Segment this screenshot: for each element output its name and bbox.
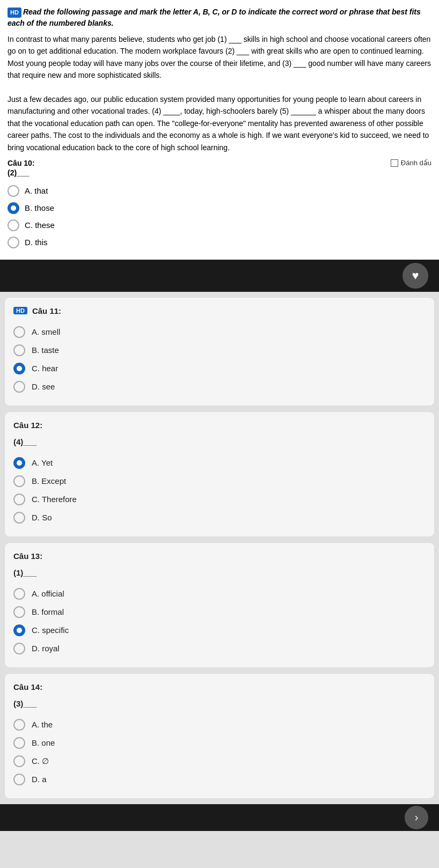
question13-header: Câu 13: bbox=[13, 551, 426, 561]
radio-12-A[interactable] bbox=[13, 457, 25, 469]
question10-number: Câu 10: bbox=[8, 159, 35, 167]
radio-10-D[interactable] bbox=[8, 237, 19, 248]
question11-number: Câu 11: bbox=[32, 306, 61, 315]
option-12-C-text: C. Therefore bbox=[32, 495, 77, 504]
option-10-D-text: D. this bbox=[25, 238, 48, 247]
option-13-B[interactable]: B. formal bbox=[13, 603, 426, 621]
option-14-D-text: D. a bbox=[32, 775, 47, 784]
option-10-A-text: A. that bbox=[25, 186, 48, 195]
option-12-D-text: D. So bbox=[32, 513, 52, 522]
question14-number: Câu 14: bbox=[13, 682, 42, 692]
option-12-B-text: B. Except bbox=[32, 476, 66, 486]
radio-11-B[interactable] bbox=[13, 344, 25, 356]
radio-14-D[interactable] bbox=[13, 774, 25, 785]
option-13-D-text: D. royal bbox=[32, 644, 60, 653]
radio-10-B[interactable] bbox=[8, 202, 19, 214]
option-14-A-text: A. the bbox=[32, 720, 53, 729]
option-13-C-text: C. specific bbox=[32, 626, 69, 635]
question12-header: Câu 12: bbox=[13, 421, 426, 430]
question14-header: Câu 14: bbox=[13, 682, 426, 692]
question12-options: A. Yet B. Except C. Therefore D. So bbox=[13, 454, 426, 527]
passage-text: In contrast to what many parents believe… bbox=[8, 33, 431, 153]
option-10-C-text: C. these bbox=[25, 220, 55, 230]
question12-number: Câu 12: bbox=[13, 421, 42, 430]
heart-icon: ♥ bbox=[412, 269, 419, 283]
radio-13-B[interactable] bbox=[13, 606, 25, 618]
next-button[interactable]: › bbox=[405, 806, 428, 829]
heart-button[interactable]: ♥ bbox=[403, 263, 428, 289]
question11-header: HD Câu 11: bbox=[13, 306, 426, 315]
option-14-D[interactable]: D. a bbox=[13, 770, 426, 789]
question13-options: A. official B. formal C. specific D. roy… bbox=[13, 585, 426, 658]
radio-10-C[interactable] bbox=[8, 219, 19, 231]
option-14-B-text: B. one bbox=[32, 738, 55, 747]
option-10-B[interactable]: B. those bbox=[8, 200, 431, 217]
radio-11-A[interactable] bbox=[13, 326, 25, 338]
question10-options: A. that B. those C. these D. this bbox=[8, 182, 431, 251]
radio-14-C[interactable] bbox=[13, 755, 25, 767]
question14-options: A. the B. one C. ∅ D. a bbox=[13, 716, 426, 789]
question12-blank: (4)___ bbox=[13, 437, 426, 446]
danh-dau-label-10: Đánh dấu bbox=[401, 159, 431, 167]
radio-10-A[interactable] bbox=[8, 185, 19, 197]
radio-14-B[interactable] bbox=[13, 737, 25, 749]
card-question12: Câu 12: (4)___ A. Yet B. Except C. There… bbox=[4, 411, 435, 537]
radio-14-A[interactable] bbox=[13, 719, 25, 731]
option-10-D[interactable]: D. this bbox=[8, 234, 431, 251]
question13-number: Câu 13: bbox=[13, 551, 42, 561]
option-11-B[interactable]: B. taste bbox=[13, 341, 426, 359]
danh-dau-checkbox-10[interactable] bbox=[391, 159, 398, 167]
danh-dau-10[interactable]: Đánh dấu bbox=[391, 159, 431, 167]
option-10-A[interactable]: A. that bbox=[8, 182, 431, 200]
instruction-text: Read the following passage and mark the … bbox=[8, 8, 421, 27]
option-12-B[interactable]: B. Except bbox=[13, 472, 426, 490]
option-13-A-text: A. official bbox=[32, 589, 64, 598]
option-11-B-text: B. taste bbox=[32, 345, 59, 355]
option-14-C-text: C. ∅ bbox=[32, 756, 49, 766]
radio-11-C-inner bbox=[17, 366, 22, 371]
dark-divider: ♥ bbox=[0, 260, 439, 292]
chevron-right-icon: › bbox=[415, 811, 419, 823]
option-13-A[interactable]: A. official bbox=[13, 585, 426, 603]
option-10-B-text: B. those bbox=[25, 203, 54, 212]
question10-blank: (2)___ bbox=[8, 168, 431, 177]
option-12-A[interactable]: A. Yet bbox=[13, 454, 426, 472]
instructions: HDRead the following passage and mark th… bbox=[8, 6, 431, 29]
option-11-A-text: A. smell bbox=[32, 327, 60, 336]
option-12-D[interactable]: D. So bbox=[13, 509, 426, 527]
option-14-B[interactable]: B. one bbox=[13, 734, 426, 752]
option-13-B-text: B. formal bbox=[32, 607, 64, 616]
radio-12-C[interactable] bbox=[13, 494, 25, 505]
question11-options: A. smell B. taste C. hear D. see bbox=[13, 323, 426, 396]
radio-13-C-inner bbox=[17, 628, 22, 633]
card-question14: Câu 14: (3)___ A. the B. one C. ∅ D. a bbox=[4, 673, 435, 799]
option-11-C[interactable]: C. hear bbox=[13, 359, 426, 378]
radio-12-A-inner bbox=[17, 460, 22, 466]
question10-header: Câu 10: Đánh dấu bbox=[8, 159, 431, 167]
top-section: HDRead the following passage and mark th… bbox=[0, 0, 439, 260]
option-13-C[interactable]: C. specific bbox=[13, 621, 426, 639]
radio-12-D[interactable] bbox=[13, 512, 25, 524]
option-12-A-text: A. Yet bbox=[32, 458, 53, 467]
question13-blank: (1)___ bbox=[13, 568, 426, 577]
radio-11-C[interactable] bbox=[13, 363, 25, 374]
option-14-A[interactable]: A. the bbox=[13, 716, 426, 734]
option-11-D-text: D. see bbox=[32, 382, 55, 391]
bottom-nav: › bbox=[0, 804, 439, 831]
question14-blank: (3)___ bbox=[13, 699, 426, 708]
option-11-D[interactable]: D. see bbox=[13, 378, 426, 396]
card-question13: Câu 13: (1)___ A. official B. formal C. … bbox=[4, 542, 435, 668]
option-10-C[interactable]: C. these bbox=[8, 217, 431, 234]
radio-13-C[interactable] bbox=[13, 624, 25, 636]
hd-badge-11: HD bbox=[13, 307, 27, 314]
option-14-C[interactable]: C. ∅ bbox=[13, 752, 426, 770]
option-11-C-text: C. hear bbox=[32, 364, 58, 373]
radio-13-D[interactable] bbox=[13, 643, 25, 654]
option-13-D[interactable]: D. royal bbox=[13, 639, 426, 658]
radio-12-B[interactable] bbox=[13, 475, 25, 487]
option-11-A[interactable]: A. smell bbox=[13, 323, 426, 341]
card-question11: HD Câu 11: A. smell B. taste C. hear D. … bbox=[4, 297, 435, 406]
radio-11-D[interactable] bbox=[13, 381, 25, 393]
radio-13-A[interactable] bbox=[13, 588, 25, 600]
option-12-C[interactable]: C. Therefore bbox=[13, 490, 426, 509]
